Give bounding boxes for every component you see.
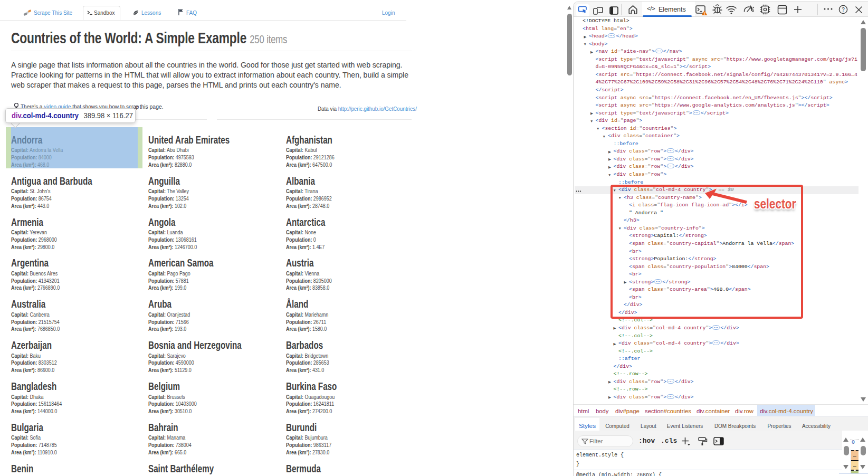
svg-text:?: ? [842, 7, 845, 13]
